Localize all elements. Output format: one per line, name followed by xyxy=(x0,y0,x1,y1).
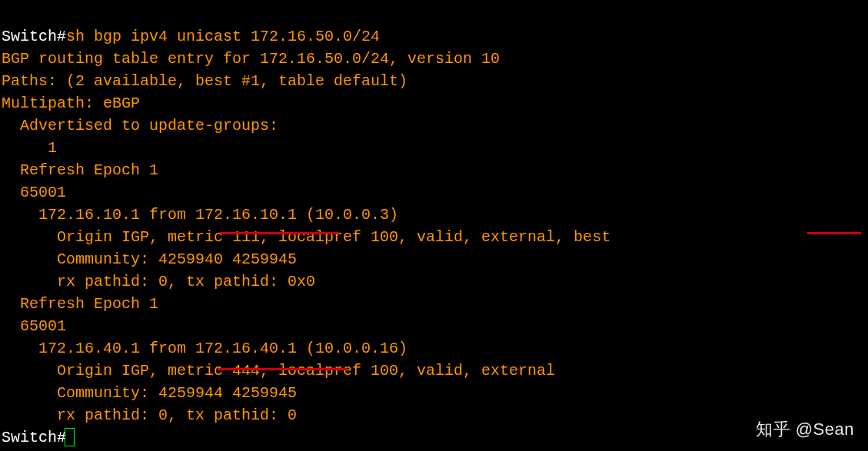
out-line-p1-refresh: Refresh Epoch 1 xyxy=(2,161,158,179)
underline-metric-444 xyxy=(218,368,347,370)
out-line-p2-rx: rx pathid: 0, tx pathid: 0 xyxy=(2,406,297,424)
out-line-p1-as: 65001 xyxy=(2,184,66,201)
watermark: 知乎 @Sean xyxy=(756,418,854,440)
underline-best xyxy=(807,232,861,234)
out-line-p1-rx: rx pathid: 0, tx pathid: 0x0 xyxy=(2,273,315,290)
out-line-p1-nexthop: 172.16.10.1 from 172.16.10.1 (10.0.0.3) xyxy=(2,206,398,224)
command-text: sh bgp ipv4 unicast 172.16.50.0/24 xyxy=(66,28,380,45)
cursor-icon xyxy=(65,428,75,446)
out-line-header2: Paths: (2 available, best #1, table defa… xyxy=(2,72,407,90)
out-line-p2-as: 65001 xyxy=(2,317,66,335)
underline-metric-111 xyxy=(220,232,339,234)
out-line-p2-refresh: Refresh Epoch 1 xyxy=(2,295,158,313)
out-line-adv1: Advertised to update-groups: xyxy=(2,117,278,134)
terminal-output[interactable]: Switch#sh bgp ipv4 unicast 172.16.50.0/2… xyxy=(0,0,868,451)
out-line-p2-comm: Community: 4259944 4259945 xyxy=(2,384,297,402)
out-line-adv2: 1 xyxy=(2,139,57,157)
prompt: Switch# xyxy=(2,28,66,45)
out-line-header3: Multipath: eBGP xyxy=(2,95,140,112)
prompt-end: Switch# xyxy=(2,429,66,446)
out-line-header1: BGP routing table entry for 172.16.50.0/… xyxy=(2,50,500,68)
out-line-p2-nexthop: 172.16.40.1 from 172.16.40.1 (10.0.0.16) xyxy=(2,340,407,357)
out-line-p2-attrs: Origin IGP, metric 444, localpref 100, v… xyxy=(2,362,555,380)
out-line-p1-comm: Community: 4259940 4259945 xyxy=(2,250,297,268)
out-line-p1-attrs: Origin IGP, metric 111, localpref 100, v… xyxy=(2,228,610,246)
